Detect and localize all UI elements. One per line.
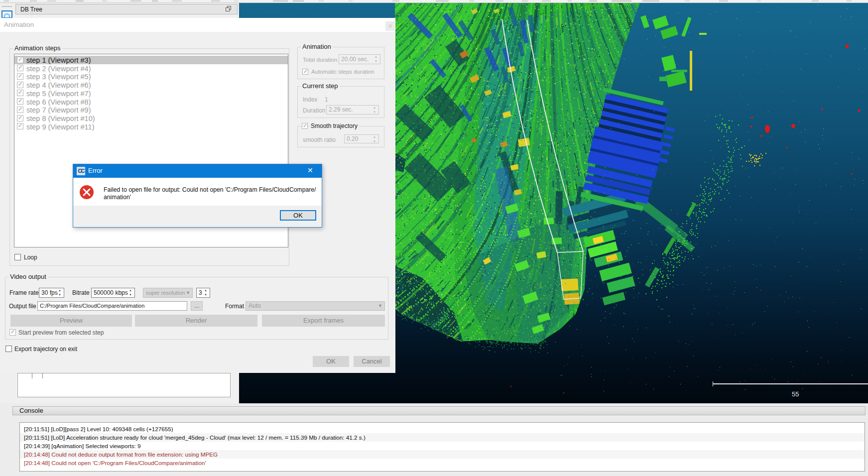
svg-text:55: 55 — [792, 390, 799, 398]
